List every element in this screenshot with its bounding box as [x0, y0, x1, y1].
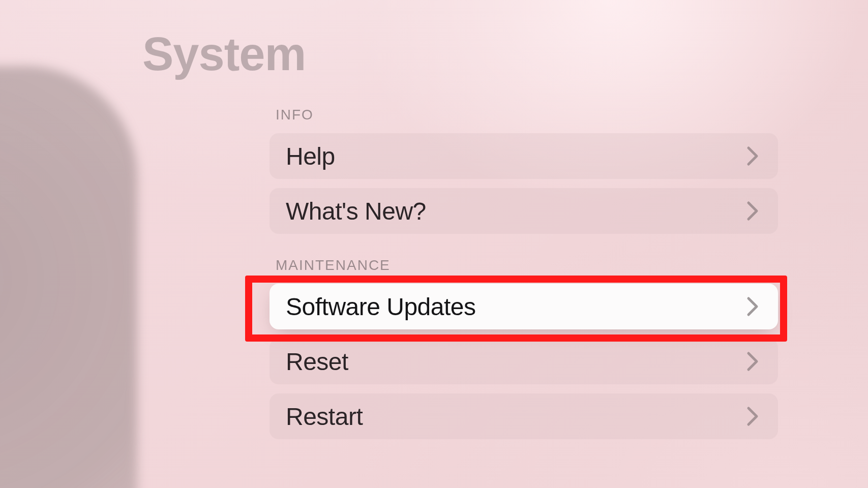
- row-software-updates[interactable]: Software Updates: [270, 284, 778, 329]
- row-restart[interactable]: Restart: [270, 393, 778, 439]
- chevron-right-icon: [746, 351, 760, 372]
- row-label-reset: Reset: [286, 348, 348, 376]
- system-menu: INFO Help What's New? MAINTENANCE Softwa…: [270, 107, 778, 463]
- section-info: INFO Help What's New?: [270, 107, 778, 234]
- row-label-restart: Restart: [286, 403, 363, 431]
- chevron-right-icon: [746, 296, 760, 317]
- row-help[interactable]: Help: [270, 133, 778, 179]
- row-label-help: Help: [286, 142, 335, 170]
- section-maintenance: MAINTENANCE Software Updates Reset Resta…: [270, 257, 778, 439]
- background-blob: [0, 66, 137, 488]
- chevron-right-icon: [746, 406, 760, 426]
- row-label-whats-new: What's New?: [286, 197, 426, 225]
- row-reset[interactable]: Reset: [270, 339, 778, 384]
- chevron-right-icon: [746, 146, 760, 166]
- page-title: System: [142, 27, 306, 81]
- chevron-right-icon: [746, 201, 760, 221]
- section-header-info: INFO: [276, 107, 778, 123]
- row-label-software-updates: Software Updates: [286, 293, 476, 321]
- section-header-maintenance: MAINTENANCE: [276, 257, 778, 273]
- row-whats-new[interactable]: What's New?: [270, 188, 778, 234]
